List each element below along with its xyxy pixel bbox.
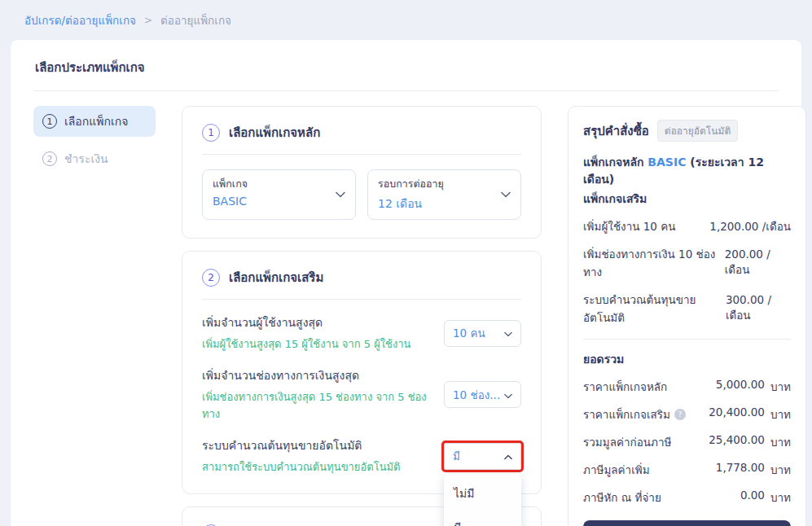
chevron-up-icon	[504, 449, 512, 462]
renewal-cycle-label: รอบการต่ออายุ	[378, 176, 511, 192]
main-package-name: BASIC	[647, 156, 686, 169]
total-value: 1,778.00	[716, 461, 765, 479]
total-name: รวมมูลค่าก่อนภาษี	[583, 433, 671, 451]
main-package-selects: แพ็กเกจ BASIC รอบการต่ออายุ 12 เดือน	[202, 169, 521, 220]
summary-header: สรุปคำสั่งซื้อ ต่ออายุอัตโนมัติ	[583, 120, 791, 142]
breadcrumb-current: ต่ออายุแพ็กเกจ	[160, 11, 231, 29]
addon-row-channels: เพิ่มจำนวนช่องทางการเงินสูงสุด เพิ่มช่อง…	[202, 366, 521, 423]
total-unit: บาท	[770, 461, 791, 479]
renewal-cycle-select[interactable]: รอบการต่ออายุ 12 เดือน	[367, 169, 521, 220]
summary-addon-row: ระบบคำนวณต้นทุนขายอัตโนมัติ 300.00 /เดือ…	[583, 291, 791, 327]
addon-row-cost-system: ระบบคำนวณต้นทุนขายอัตโนมัติ สามารถใช้ระบ…	[202, 436, 521, 476]
addon-price: 300.00 /เดือน	[726, 293, 791, 324]
addon-channels-text: เพิ่มจำนวนช่องทางการเงินสูงสุด เพิ่มช่อง…	[202, 366, 444, 423]
addon-cost-system-label: ระบบคำนวณต้นทุนขายอัตโนมัติ	[202, 436, 401, 454]
addon-channels-hint: เพิ่มช่องทางการเงินสูงสุด 15 ช่องทาง จาก…	[202, 388, 444, 423]
breadcrumb-separator: >	[144, 15, 152, 26]
total-unit: บาท	[770, 378, 791, 396]
addon-channels-select[interactable]: 10 ช่อง...	[444, 381, 521, 408]
chevron-down-icon	[504, 327, 512, 340]
addon-channels-label: เพิ่มจำนวนช่องทางการเงินสูงสุด	[202, 366, 444, 384]
step-1-label: เลือกแพ็กเกจ	[64, 112, 128, 130]
addon-cost-system-text: ระบบคำนวณต้นทุนขายอัตโนมัติ สามารถใช้ระบ…	[202, 436, 401, 476]
summary-renewal-badge: ต่ออายุอัตโนมัติ	[657, 120, 738, 142]
total-name: ราคาแพ็กเกจเสริม	[583, 405, 670, 423]
summary-column: สรุปคำสั่งซื้อ ต่ออายุอัตโนมัติ แพ็กเกจห…	[568, 106, 806, 526]
dropdown-option-no[interactable]: ไม่มี	[444, 476, 521, 511]
page-title: เลือกประเภทแพ็กเกจ	[33, 55, 779, 90]
step-2-label: ชำระเงิน	[64, 150, 108, 168]
addon-users-text: เพิ่มจำนวนผู้ใช้งานสูงสุด เพิ่มผู้ใช้งาน…	[202, 313, 410, 353]
addon-users-label: เพิ่มจำนวนผู้ใช้งานสูงสุด	[202, 313, 410, 331]
step-1-number-icon: 1	[42, 114, 57, 129]
stepper-item-payment[interactable]: 2 ชำระเงิน	[33, 143, 156, 174]
total-unit: บาท	[770, 433, 791, 451]
dropdown-option-yes[interactable]: มี	[444, 511, 521, 526]
section-main-package: 1 เลือกแพ็กเกจหลัก แพ็กเกจ BASIC รอบการต…	[182, 106, 542, 239]
breadcrumb-parent-link[interactable]: อัปเกรด/ต่ออายุแพ็กเกจ	[24, 11, 136, 29]
renewal-cycle-value: 12 เดือน	[378, 195, 511, 213]
section-1-header: 1 เลือกแพ็กเกจหลัก	[202, 120, 521, 155]
addon-cost-system-select-value: มี	[453, 447, 460, 465]
breadcrumb: อัปเกรด/ต่ออายุแพ็กเกจ > ต่ออายุแพ็กเกจ	[0, 0, 812, 37]
summary-main-package-line: แพ็กเกจหลัก BASIC (ระยะเวลา 12 เดือน)	[583, 154, 791, 188]
total-value: 5,000.00	[716, 378, 765, 396]
summary-total-row: รวมมูลค่าก่อนภาษี 25,400.00บาท	[583, 433, 791, 451]
content-row: 1 เลือกแพ็กเกจ 2 ชำระเงิน 1 เลือกแพ็กเกจ…	[33, 106, 779, 526]
section-1-number-icon: 1	[202, 124, 220, 142]
addon-cost-system-select-wrap: มี ไม่มี มี	[444, 443, 521, 470]
total-value: 25,400.00	[709, 433, 765, 451]
chevron-down-icon	[504, 388, 512, 401]
summary-title: สรุปคำสั่งซื้อ	[583, 121, 649, 141]
divider	[583, 339, 791, 340]
divider	[33, 90, 779, 91]
chevron-down-icon	[336, 191, 345, 198]
section-addon-package: 2 เลือกแพ็กเกจเสริม เพิ่มจำนวนผู้ใช้งานส…	[182, 251, 542, 494]
addon-row-users: เพิ่มจำนวนผู้ใช้งานสูงสุด เพิ่มผู้ใช้งาน…	[202, 313, 521, 353]
addon-name: ระบบคำนวณต้นทุนขายอัตโนมัติ	[583, 291, 726, 327]
section-2-number-icon: 2	[202, 269, 220, 287]
chevron-down-icon	[501, 191, 511, 198]
section-2-header: 2 เลือกแพ็กเกจเสริม	[202, 265, 521, 300]
package-select-value: BASIC	[213, 195, 345, 208]
addon-price: 200.00 /เดือน	[725, 248, 791, 278]
package-select[interactable]: แพ็กเกจ BASIC	[202, 169, 356, 220]
addon-channels-select-value: 10 ช่อง...	[453, 386, 500, 404]
info-icon[interactable]: ?	[674, 409, 686, 420]
amount-due-box: ยอดที่ต้องชำระ 27,178.00 บาท	[583, 520, 791, 526]
total-unit: บาท	[770, 489, 791, 506]
addon-cost-system-select[interactable]: มี	[444, 443, 521, 470]
addon-users-select-value: 10 คน	[453, 324, 485, 342]
summary-addon-row: เพิ่มช่องทางการเงิน 10 ช่องทาง 200.00 /เ…	[583, 245, 791, 281]
stepper-item-select-package[interactable]: 1 เลือกแพ็กเกจ	[33, 106, 156, 137]
order-summary-card: สรุปคำสั่งซื้อ ต่ออายุอัตโนมัติ แพ็กเกจห…	[568, 106, 806, 526]
addon-users-hint: เพิ่มผู้ใช้งานสูงสุด 15 ผู้ใช้งาน จาก 5 …	[202, 335, 410, 353]
step-2-number-icon: 2	[42, 151, 57, 166]
main-card: เลือกประเภทแพ็กเกจ 1 เลือกแพ็กเกจ 2 ชำระ…	[10, 39, 802, 526]
main-package-prefix: แพ็กเกจหลัก	[583, 156, 643, 169]
total-unit: บาท	[770, 405, 791, 423]
addon-cost-system-hint: สามารถใช้ระบบคำนวณต้นทุนขายอัตโนมัติ	[202, 458, 401, 476]
total-value: 20,400.00	[709, 405, 765, 423]
summary-total-row: ราคาแพ็กเกจหลัก 5,000.00บาท	[583, 378, 791, 396]
total-name: ราคาแพ็กเกจหลัก	[583, 378, 667, 396]
summary-total-row: ภาษีหัก ณ ที่จ่าย 0.00บาท	[583, 489, 791, 506]
summary-totals-title: ยอดรวม	[583, 350, 791, 368]
total-name: ภาษีมูลค่าเพิ่ม	[583, 461, 650, 479]
addon-name: เพิ่มผู้ใช้งาน 10 คน	[583, 217, 676, 235]
addon-price: 1,200.00 /เดือน	[709, 217, 791, 235]
stepper: 1 เลือกแพ็กเกจ 2 ชำระเงิน	[33, 106, 156, 526]
summary-total-row: ภาษีมูลค่าเพิ่ม 1,778.00บาท	[583, 461, 791, 479]
form-column: 1 เลือกแพ็กเกจหลัก แพ็กเกจ BASIC รอบการต…	[182, 106, 542, 526]
section-1-title: เลือกแพ็กเกจหลัก	[229, 123, 320, 142]
addon-users-select[interactable]: 10 คน	[444, 320, 521, 347]
summary-total-row: ราคาแพ็กเกจเสริม? 20,400.00บาท	[583, 405, 791, 423]
package-select-label: แพ็กเกจ	[213, 176, 345, 192]
total-name: ภาษีหัก ณ ที่จ่าย	[583, 489, 661, 506]
summary-addons-title: แพ็กเกจเสริม	[583, 190, 791, 208]
cost-system-dropdown-menu: ไม่มี มี	[444, 474, 521, 526]
total-value: 0.00	[740, 489, 765, 506]
section-2-title: เลือกแพ็กเกจเสริม	[229, 268, 323, 287]
addon-name: เพิ่มช่องทางการเงิน 10 ช่องทาง	[583, 245, 725, 281]
summary-addon-row: เพิ่มผู้ใช้งาน 10 คน 1,200.00 /เดือน	[583, 217, 791, 235]
